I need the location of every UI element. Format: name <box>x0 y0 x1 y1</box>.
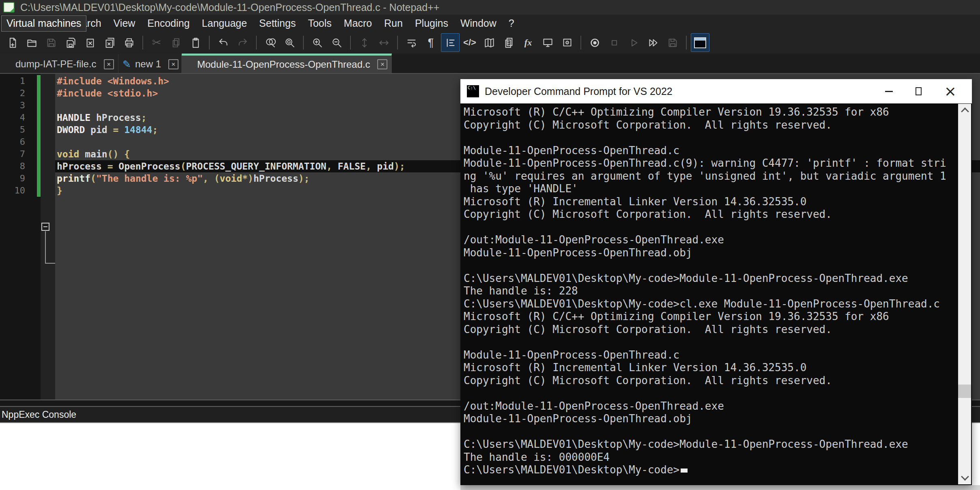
macro-stop-icon <box>605 33 623 52</box>
document-map-icon[interactable] <box>480 33 499 52</box>
menu-item-window[interactable]: Window <box>454 15 503 32</box>
close-tab-icon[interactable]: × <box>104 59 114 69</box>
menu-item-plugins[interactable]: Plugins <box>409 15 454 32</box>
code-text: printf("The handle is: %p", (void*)hProc… <box>57 172 309 185</box>
save-all-icon[interactable] <box>61 33 80 52</box>
console-line: Microsoft (R) C/C++ Optimizing Compiler … <box>464 106 956 119</box>
macro-play-icon <box>624 33 643 52</box>
close-all-icon[interactable] <box>100 33 119 52</box>
line-number: 2 <box>0 87 25 99</box>
tab-label: dump-IAT-PE-file.c <box>15 58 97 70</box>
indent-guide-icon[interactable] <box>441 33 460 52</box>
undo-icon[interactable] <box>214 33 232 52</box>
code-text: HANDLE hProcess; <box>57 112 147 124</box>
nppexec-console-icon[interactable] <box>691 33 709 52</box>
scrollbar-thumb[interactable] <box>958 385 971 398</box>
toolbar-separator <box>580 36 581 49</box>
menu-item-language[interactable]: Language <box>196 15 253 32</box>
menu-item-settings[interactable]: Settings <box>253 15 302 32</box>
new-file-icon[interactable] <box>3 33 21 52</box>
notepadpp-icon <box>3 2 15 13</box>
menu-item-view[interactable]: View <box>107 15 142 32</box>
zoom-in-icon[interactable] <box>308 33 327 52</box>
cmd-window: C:\ Developer Command Prompt for VS 2022… <box>460 79 972 485</box>
save-icon <box>42 33 60 52</box>
line-number: 9 <box>0 172 25 185</box>
console-output[interactable]: Microsoft (R) C/C++ Optimizing Compiler … <box>460 103 972 485</box>
macro-record-icon[interactable] <box>585 33 604 52</box>
tab-dump-iat-pe-file-c[interactable]: dump-IAT-PE-file.c× <box>0 54 118 73</box>
function-list-icon[interactable]: </> <box>460 33 479 52</box>
monitoring-icon[interactable] <box>538 33 557 52</box>
close-button[interactable]: × <box>944 84 956 99</box>
toolbar-separator <box>209 36 210 49</box>
line-number: 8 <box>0 160 25 172</box>
tab-bar: dump-IAT-PE-file.c×✎new 1×Module-11-Open… <box>0 54 980 73</box>
code-text: } <box>57 185 62 197</box>
print-icon[interactable] <box>120 33 138 52</box>
word-wrap-icon[interactable] <box>402 33 421 52</box>
unsaved-pencil-icon: ✎ <box>122 58 131 70</box>
console-line: C:\Users\MALDEV01\Desktop\My-code> <box>464 464 956 477</box>
console-line: C:\Users\MALDEV01\Desktop\My-code>cl.exe… <box>464 298 956 311</box>
menu-item-encoding[interactable]: Encoding <box>141 15 196 32</box>
function-completion-icon[interactable]: fx <box>519 33 537 52</box>
line-number: 5 <box>0 124 25 136</box>
close-tab-icon[interactable]: × <box>168 59 178 69</box>
console-line: has type 'HANDLE' <box>464 183 956 196</box>
open-file-icon[interactable] <box>22 33 41 52</box>
menu-item-[interactable]: ? <box>503 15 520 32</box>
console-line: Module-11-OpenProcess-OpenThread.c <box>464 144 956 157</box>
code-text: hProcess = OpenProcess(PROCESS_QUERY_INF… <box>57 160 405 172</box>
code-text: #include <stdio.h> <box>57 87 158 99</box>
macro-run-multiple-icon[interactable] <box>644 33 662 52</box>
sync-horizontal-icon <box>374 33 393 52</box>
menu-item-macro[interactable]: Macro <box>338 15 378 32</box>
console-line: Microsoft (R) C/C++ Optimizing Compiler … <box>464 310 956 323</box>
view-in-browser-icon[interactable] <box>558 33 576 52</box>
console-line: ng '%u' requires an argument of type 'un… <box>464 170 956 183</box>
console-line: C:\Users\MALDEV01\Desktop\My-code>Module… <box>464 438 956 451</box>
nppexec-console-title: NppExec Console <box>2 409 76 420</box>
console-line <box>464 387 956 400</box>
tab-label: new 1 <box>135 58 161 70</box>
maximize-button[interactable] <box>916 87 922 95</box>
scroll-up-icon[interactable] <box>961 107 969 116</box>
replace-icon[interactable] <box>280 33 299 52</box>
line-number: 4 <box>0 112 25 124</box>
redo-icon <box>233 33 252 52</box>
line-number: 7 <box>0 148 25 160</box>
console-line: Module-11-OpenProcess-OpenThread.c(9): w… <box>464 157 956 170</box>
console-line: /out:Module-11-OpenProcess-OpenThread.ex… <box>464 234 956 247</box>
console-line <box>464 221 956 234</box>
line-number: 3 <box>0 99 25 112</box>
minimize-button[interactable] <box>885 91 893 92</box>
paste-icon[interactable] <box>186 33 205 52</box>
scroll-down-icon[interactable] <box>961 473 969 481</box>
console-line: Module-11-OpenProcess-OpenThread.obj <box>464 413 956 426</box>
tab-new-1[interactable]: ✎new 1× <box>118 54 182 73</box>
toolbar-separator <box>686 36 687 49</box>
console-line: Copyright (C) Microsoft Corporation. All… <box>464 208 956 221</box>
document-list-icon[interactable] <box>499 33 518 52</box>
console-line: C:\Users\MALDEV01\Desktop\My-code>Module… <box>464 272 956 285</box>
show-all-characters-icon[interactable]: ¶ <box>421 33 440 52</box>
menu-item-tools[interactable]: Tools <box>302 15 337 32</box>
toolbar-separator <box>303 36 304 49</box>
console-line: The handle is: 228 <box>464 285 956 298</box>
close-icon[interactable] <box>81 33 99 52</box>
window-title: C:\Users\MALDEV01\Desktop\My-code\Module… <box>20 2 439 13</box>
tab-module-11-openprocess-openthread-c[interactable]: Module-11-OpenProcess-OpenThread.c× <box>182 54 392 73</box>
console-scrollbar[interactable] <box>958 104 971 484</box>
zoom-out-icon[interactable] <box>327 33 346 52</box>
console-line: Module-11-OpenProcess-OpenThread.c <box>464 349 956 362</box>
menu-item-run[interactable]: Run <box>378 15 409 32</box>
line-number: 10 <box>0 185 25 197</box>
console-line: Copyright (C) Microsoft Corporation. All… <box>464 323 956 336</box>
toolbar: ✂¶</>fx <box>0 32 980 54</box>
cmd-titlebar[interactable]: C:\ Developer Command Prompt for VS 2022… <box>460 79 972 103</box>
find-icon[interactable] <box>261 33 279 52</box>
close-tab-icon[interactable]: × <box>377 59 387 69</box>
notepadpp-titlebar[interactable]: C:\Users\MALDEV01\Desktop\My-code\Module… <box>0 0 980 15</box>
console-cursor <box>681 469 688 473</box>
